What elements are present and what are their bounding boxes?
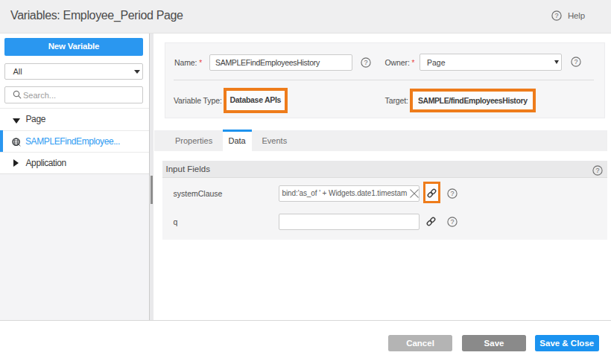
svg-text:?: ? <box>596 167 600 174</box>
svg-text:?: ? <box>450 218 454 226</box>
svg-text:?: ? <box>364 59 367 66</box>
svg-text:?: ? <box>554 12 558 19</box>
svg-text:?: ? <box>574 58 577 66</box>
svg-text:?: ? <box>450 190 454 197</box>
